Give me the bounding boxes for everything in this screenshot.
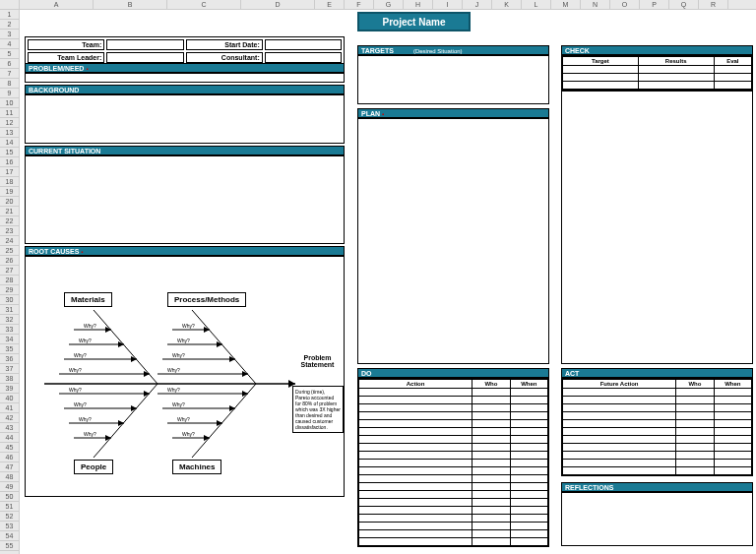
background-box[interactable] [25, 94, 345, 144]
row-header[interactable]: 11 [0, 108, 19, 118]
row-header[interactable]: 28 [0, 276, 19, 285]
row-header[interactable]: 51 [0, 502, 19, 512]
col-header[interactable]: L [522, 0, 551, 9]
table-row[interactable] [359, 420, 548, 428]
table-row[interactable] [359, 538, 548, 546]
check-area[interactable] [561, 91, 753, 364]
row-header[interactable]: 46 [0, 453, 19, 462]
row-header[interactable]: 9 [0, 89, 19, 98]
table-row[interactable] [359, 404, 548, 412]
row-header[interactable]: 18 [0, 177, 19, 187]
row-header[interactable]: 21 [0, 207, 19, 216]
start-date-value[interactable] [265, 39, 342, 50]
row-header[interactable]: 22 [0, 216, 19, 226]
table-row[interactable] [563, 404, 752, 412]
act-table[interactable]: Future Action Who When [562, 379, 752, 475]
row-header[interactable]: 26 [0, 256, 19, 266]
row-header[interactable]: 35 [0, 344, 19, 354]
row-header[interactable]: 10 [0, 98, 19, 108]
row-header[interactable]: 47 [0, 462, 19, 472]
targets-box[interactable] [357, 55, 549, 104]
row-header[interactable]: 39 [0, 384, 19, 394]
table-row[interactable] [359, 428, 548, 436]
project-name-title[interactable]: Project Name [357, 12, 471, 31]
row-header[interactable]: 15 [0, 148, 19, 157]
table-row[interactable] [359, 483, 548, 491]
row-header[interactable]: 24 [0, 236, 19, 246]
row-header[interactable]: 34 [0, 335, 19, 344]
table-row[interactable] [359, 467, 548, 475]
table-row[interactable] [359, 475, 548, 483]
worksheet[interactable]: Project Name Team: Start Date: Team Lead… [20, 10, 756, 554]
row-header[interactable]: 20 [0, 197, 19, 207]
row-header[interactable]: 50 [0, 492, 19, 502]
row-header[interactable]: 55 [0, 541, 19, 551]
row-header[interactable]: 6 [0, 59, 19, 69]
consultant-value[interactable] [265, 52, 342, 63]
table-row[interactable] [563, 397, 752, 404]
col-header[interactable]: O [610, 0, 640, 9]
problem-box[interactable] [25, 73, 345, 83]
row-header[interactable]: 17 [0, 167, 19, 177]
col-header[interactable]: M [551, 0, 581, 9]
row-header[interactable]: 36 [0, 354, 19, 364]
col-header[interactable]: K [492, 0, 522, 9]
row-header[interactable]: 42 [0, 413, 19, 423]
table-row[interactable] [359, 515, 548, 523]
team-value[interactable] [106, 39, 183, 50]
reflections-box[interactable] [561, 492, 753, 546]
table-row[interactable] [359, 530, 548, 538]
row-header[interactable]: 8 [0, 79, 19, 89]
row-header[interactable]: 44 [0, 433, 19, 443]
table-row[interactable] [359, 444, 548, 452]
row-header[interactable]: 2 [0, 20, 19, 30]
col-header[interactable]: F [345, 0, 374, 9]
table-row[interactable] [359, 452, 548, 460]
current-box[interactable] [25, 155, 345, 244]
row-header[interactable]: 12 [0, 118, 19, 128]
row-header[interactable]: 41 [0, 403, 19, 413]
table-row[interactable] [563, 452, 752, 460]
col-header[interactable]: G [374, 0, 404, 9]
table-row[interactable] [563, 467, 752, 475]
row-header[interactable]: 4 [0, 39, 19, 49]
col-header[interactable]: P [640, 0, 669, 9]
row-header[interactable]: 19 [0, 187, 19, 197]
table-row[interactable] [359, 412, 548, 420]
table-row[interactable] [563, 82, 752, 90]
row-header[interactable]: 54 [0, 531, 19, 541]
row-header[interactable]: 43 [0, 423, 19, 433]
table-row[interactable] [563, 66, 752, 74]
col-header[interactable]: C [167, 0, 241, 9]
col-header[interactable]: I [433, 0, 463, 9]
table-row[interactable] [563, 444, 752, 452]
col-header[interactable]: D [241, 0, 315, 9]
col-header[interactable]: E [315, 0, 345, 9]
row-header[interactable]: 5 [0, 49, 19, 59]
row-header[interactable]: 45 [0, 443, 19, 453]
problem-statement-box[interactable]: During (time), Pareto accounted for 80% … [292, 386, 344, 433]
row-header[interactable]: 14 [0, 138, 19, 148]
row-header[interactable]: 16 [0, 157, 19, 167]
table-row[interactable] [359, 507, 548, 515]
row-header[interactable]: 23 [0, 226, 19, 236]
table-row[interactable] [359, 491, 548, 499]
row-header[interactable]: 49 [0, 482, 19, 492]
table-row[interactable] [359, 499, 548, 507]
table-row[interactable] [563, 428, 752, 436]
row-header[interactable]: 32 [0, 315, 19, 325]
row-header[interactable]: 7 [0, 69, 19, 79]
row-header[interactable]: 48 [0, 472, 19, 482]
row-header[interactable]: 33 [0, 325, 19, 335]
col-header[interactable]: Q [669, 0, 699, 9]
table-row[interactable] [563, 436, 752, 444]
table-row[interactable] [359, 523, 548, 530]
plan-box[interactable] [357, 118, 549, 364]
row-header[interactable]: 3 [0, 30, 19, 39]
row-header[interactable]: 38 [0, 374, 19, 384]
row-header[interactable]: 53 [0, 522, 19, 531]
col-header[interactable]: N [581, 0, 610, 9]
sheet-corner[interactable] [0, 0, 20, 10]
row-header[interactable]: 37 [0, 364, 19, 374]
row-header[interactable]: 1 [0, 10, 19, 20]
